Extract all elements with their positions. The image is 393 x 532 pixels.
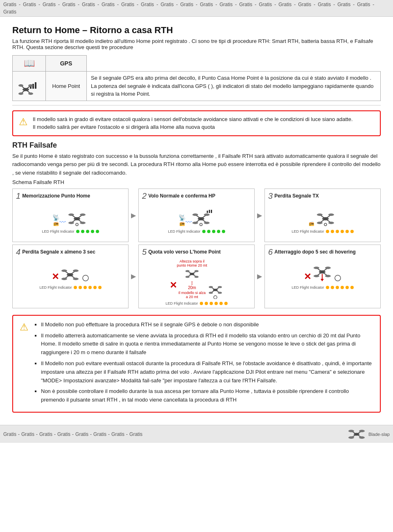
svg-point-41 [328, 213, 334, 216]
svg-point-32 [192, 222, 198, 224]
svg-point-30 [192, 213, 198, 216]
header-item-9: Gratis [180, 2, 193, 7]
svg-point-60 [185, 270, 190, 272]
svg-point-61 [194, 270, 199, 272]
header-sep-0: - [19, 2, 20, 7]
led-row-5: LED Flight Indicator [165, 301, 227, 305]
svg-point-72 [218, 292, 222, 294]
svg-point-62 [185, 276, 190, 278]
altitude-arrow-down: ↕ [190, 280, 193, 285]
footer-item-1: Gratis [21, 431, 34, 437]
rc-station-2: 📡 📻 [178, 214, 185, 226]
book-icon-cell: 📖 [13, 56, 46, 72]
svg-point-81 [314, 275, 319, 277]
rise-label-5: Il modello si alzaa 20 mt [178, 291, 206, 299]
svg-point-40 [317, 213, 323, 216]
svg-point-9 [28, 84, 33, 87]
header-sep-12: - [255, 2, 256, 7]
gps-section: 📖 GPS [12, 55, 381, 101]
svg-point-92 [359, 430, 365, 432]
ground-circle-4 [81, 274, 90, 282]
header-item-8: Gratis [160, 2, 174, 7]
schema-cell-5-title: Quota volo verso L'home Point [148, 249, 221, 255]
drone-gps-icon [17, 74, 41, 97]
warning-text-1: Il modello sarà in grado di evitare osta… [33, 115, 353, 131]
svg-point-34 [200, 223, 202, 226]
schema-arrow-2-3: ▶ [256, 189, 263, 242]
svg-point-53 [73, 278, 79, 280]
svg-point-43 [328, 222, 334, 224]
svg-point-91 [348, 430, 354, 432]
warning-box-1: ⚠ Il modello sarà in grado di evitare os… [12, 110, 381, 136]
svg-point-19 [68, 222, 74, 224]
drone-cell-2 [192, 210, 215, 226]
brand-drone-icon [346, 427, 367, 441]
svg-point-50 [61, 269, 67, 272]
header-sep-18: - [373, 2, 374, 7]
schema-cell-6: 6 Atterraggio dopo 5 sec di hovering ✕ [264, 245, 381, 308]
svg-point-63 [194, 276, 199, 278]
header-sep-11: - [235, 2, 237, 7]
svg-point-11 [28, 92, 33, 95]
schema-cell-5: 5 Quota volo verso L'home Point ✕ Altezz… [138, 245, 255, 308]
footer-item-6: Gratis [111, 431, 124, 437]
header-item-15: Gratis [298, 2, 311, 7]
signal-icon-1: 📡 [52, 214, 59, 221]
svg-point-21 [76, 223, 78, 226]
schema-arrow-4-5: ▶ [130, 245, 137, 308]
schema-cell-4-title: Perdita Segnale x almeno 3 sec [22, 249, 95, 255]
gps-drone-icon-cell [13, 72, 46, 101]
header-item-18: Gratis [357, 2, 370, 7]
header-sep-17: - [353, 2, 355, 7]
brand-logo: Blade-slap [346, 427, 390, 441]
altitude-note-5: Altezza sopra ilpunto Home 20 mt [177, 259, 207, 267]
header-item-7: Gratis [141, 2, 154, 7]
svg-point-79 [314, 267, 319, 269]
schema-row-1: 1 Memorizzazione Punto Home 📡 📻 〰 [12, 189, 381, 242]
schema-cell-3: 3 Perdita Segnale TX 📻 [264, 189, 381, 242]
svg-point-17 [68, 213, 74, 216]
svg-point-10 [18, 92, 23, 95]
schema-cell-3-title: Perdita Segnale TX [274, 193, 319, 199]
ground-circle-6 [334, 274, 342, 282]
header-item-14: Gratis [278, 2, 291, 7]
header-item-3: Gratis [62, 2, 75, 7]
bottom-warning-box: ⚠ Il Modello non può effettuare la proce… [12, 315, 381, 413]
header-item-13: Gratis [259, 2, 272, 7]
warning-triangle-icon: ⚠ [19, 116, 28, 128]
bullet-1: Il Modello non può effettuare la procedu… [41, 321, 373, 329]
schema-arrow-5-6: ▶ [256, 245, 263, 308]
header-sep-10: - [215, 2, 217, 7]
header-item-4: Gratis [82, 2, 95, 7]
svg-point-73 [214, 296, 217, 299]
svg-rect-2 [35, 82, 36, 89]
footer-item-7: Gratis [129, 431, 142, 437]
header-sep-4: - [97, 2, 99, 7]
footer-item-0: Gratis [3, 431, 16, 437]
header-item-6: Gratis [121, 2, 134, 7]
signal-arrow-2: 〰 [185, 219, 192, 226]
schema-row-2: 4 Perdita Segnale x almeno 3 sec ✕ [12, 245, 381, 308]
led-row-4: LED Flight Indicator [39, 285, 101, 290]
drone-cell-6 [311, 266, 334, 282]
header-sep-16: - [333, 2, 335, 7]
rc-station-1: 📡 📻 [52, 214, 59, 226]
rth-failsafe-title: RTH Failsafe [12, 141, 381, 150]
gps-description: Se il segnale GPS era alto prima del dec… [87, 72, 381, 101]
bullet-2: Il modello atterrerà automaticamente se … [41, 332, 373, 357]
header-sep-1: - [38, 2, 40, 7]
gps-table: 📖 GPS [12, 55, 381, 101]
header-sep-9: - [196, 2, 197, 7]
drone-cell-3 [314, 210, 337, 226]
svg-point-42 [317, 222, 323, 224]
svg-point-31 [204, 213, 210, 216]
header-sep-8: - [176, 2, 178, 7]
svg-point-94 [359, 436, 365, 439]
header-sep-7: - [156, 2, 158, 7]
footer-items: Gratis - Gratis - Gratis - Gratis - Grat… [3, 431, 142, 437]
header-bar: Gratis - Gratis - Gratis - Gratis - Grat… [0, 0, 393, 17]
header-sep-13: - [274, 2, 276, 7]
header-item-19: Gratis [3, 9, 16, 15]
svg-point-85 [335, 275, 341, 281]
schema-cell-6-title: Atterraggio dopo 5 sec di hovering [274, 249, 356, 255]
